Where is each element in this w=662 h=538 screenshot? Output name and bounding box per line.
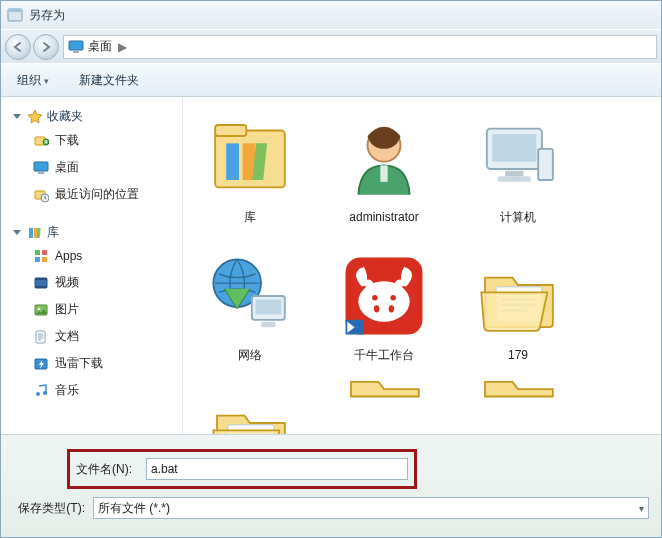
svg-rect-2 [69,41,83,50]
breadcrumb[interactable]: 桌面 ▶ [63,35,657,59]
svg-rect-34 [492,134,536,162]
svg-point-45 [390,295,396,301]
svg-point-43 [358,281,409,321]
sidebar-item[interactable]: 音乐 [31,377,182,404]
svg-point-48 [362,280,373,287]
sidebar-item[interactable]: 下载 [31,127,182,154]
file-pane[interactable]: 库administrator计算机网络千牛工作台179360急救箱 [183,98,661,434]
pictures-icon [33,302,49,318]
star-icon [27,109,43,125]
svg-rect-27 [215,125,246,136]
caret-down-icon [13,114,21,119]
forward-button[interactable] [33,34,59,60]
filename-input[interactable] [146,458,408,480]
caret-down-icon [13,230,21,235]
nav-buttons [5,34,59,60]
new-folder-button[interactable]: 新建文件夹 [71,69,147,92]
filetype-label: 保存类型(T): [13,500,85,517]
filetype-value: 所有文件 (*.*) [98,500,170,517]
sidebar-item[interactable]: 视频 [31,269,182,296]
svg-rect-15 [35,257,40,262]
filetype-row: 保存类型(T): 所有文件 (*.*) ▾ [13,497,649,519]
sidebar: 收藏夹 下载桌面最近访问的位置 库 Apps视频图片文档迅雷下载音乐 [1,98,183,434]
file-item[interactable]: 库 [195,110,305,240]
svg-rect-32 [380,165,387,182]
folder-open-icon [470,248,566,344]
file-item[interactable]: 计算机 [463,110,573,240]
svg-point-49 [395,280,406,287]
sidebar-item[interactable]: 图片 [31,296,182,323]
svg-rect-28 [226,143,239,180]
sidebar-item[interactable]: 最近访问的位置 [31,181,182,208]
file-item[interactable] [463,386,573,418]
breadcrumb-location: 桌面 [88,38,112,55]
file-item-label: 库 [244,210,256,225]
svg-rect-18 [35,278,47,280]
folder-icon [336,386,432,418]
filename-label: 文件名(N): [76,461,132,478]
sidebar-item-label: 最近访问的位置 [55,186,139,203]
organize-menu[interactable]: 组织 [9,69,57,92]
libraries-icon [27,225,43,241]
svg-point-24 [36,392,40,396]
file-item-label: administrator [349,210,418,225]
music-icon [33,383,49,399]
svg-point-21 [38,307,41,310]
dialog-footer: 文件名(N): 保存类型(T): 所有文件 (*.*) ▾ [1,434,661,537]
sidebar-item[interactable]: 桌面 [31,154,182,181]
sidebar-item-label: 图片 [55,301,79,318]
sidebar-item-label: 文档 [55,328,79,345]
svg-rect-16 [42,257,47,262]
folder-open-icon [202,386,298,434]
svg-rect-41 [261,322,276,328]
sidebar-label: 库 [47,224,59,241]
sidebar-item-label: 音乐 [55,382,79,399]
svg-rect-13 [35,250,40,255]
sidebar-item-label: 下载 [55,132,79,149]
sidebar-item[interactable]: 迅雷下载 [31,350,182,377]
sidebar-item[interactable]: 文档 [31,323,182,350]
svg-rect-40 [256,300,282,315]
desktop-icon [33,160,49,176]
recent-icon [33,187,49,203]
sidebar-item-label: Apps [55,249,82,263]
sidebar-header-favorites[interactable]: 收藏夹 [9,106,182,127]
file-item[interactable]: 网络 [195,248,305,378]
computer-icon [470,110,566,206]
file-item[interactable]: 360急救箱 [195,386,305,434]
svg-rect-14 [42,250,47,255]
file-item[interactable]: administrator [329,110,439,240]
sidebar-label: 收藏夹 [47,108,83,125]
user-icon [336,110,432,206]
dialog-body: 收藏夹 下载桌面最近访问的位置 库 Apps视频图片文档迅雷下载音乐 库admi… [1,97,661,434]
svg-point-25 [43,391,47,395]
sidebar-item-label: 迅雷下载 [55,355,103,372]
libraries-icon [202,110,298,206]
documents-icon [33,329,49,345]
svg-rect-10 [29,228,33,238]
sidebar-item[interactable]: Apps [31,243,182,269]
svg-rect-36 [498,176,531,182]
network-icon [202,248,298,344]
toolbar: 组织 新建文件夹 [1,63,661,97]
sidebar-header-libraries[interactable]: 库 [9,222,182,243]
sidebar-item-label: 桌面 [55,159,79,176]
video-icon [33,275,49,291]
svg-rect-37 [538,149,553,180]
back-button[interactable] [5,34,31,60]
save-as-dialog: 另存为 桌面 ▶ 组织 新建文件夹 [0,0,662,538]
sidebar-item-label: 视频 [55,274,79,291]
svg-point-46 [374,305,380,312]
desktop-icon [68,40,84,54]
svg-rect-6 [34,162,48,171]
window-title: 另存为 [29,7,65,24]
svg-point-47 [389,305,395,312]
apps-icon [33,248,49,264]
svg-point-44 [372,295,378,301]
svg-rect-3 [73,51,79,53]
file-item-label: 计算机 [500,210,536,225]
file-item[interactable] [329,386,439,418]
filetype-combobox[interactable]: 所有文件 (*.*) ▾ [93,497,649,519]
chevron-down-icon: ▾ [639,503,644,514]
thunder-icon [33,356,49,372]
